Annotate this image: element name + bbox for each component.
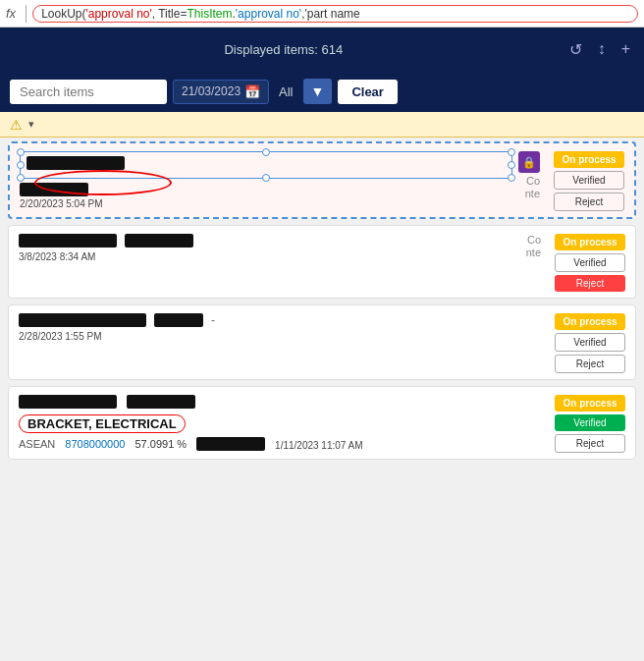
filter-bar: 21/03/2023 📅 All ▼ Clear (0, 71, 644, 112)
card4-top-blacked (19, 395, 117, 409)
card4-tag-number: 8708000000 (65, 438, 125, 450)
card1-timestamp: 2/20/2023 5:04 PM (20, 198, 512, 209)
handle-tm[interactable] (262, 148, 270, 156)
formula-content: LookUp('approval no', Title=ThisItem.'ap… (32, 5, 638, 23)
sort-icon[interactable]: ↕ (598, 40, 606, 58)
clear-btn[interactable]: Clear (338, 80, 398, 104)
card2-title-blacked (19, 234, 117, 248)
reject-btn[interactable]: Reject (555, 355, 625, 373)
date-filter[interactable]: 21/03/2023 📅 (173, 80, 269, 104)
verified-btn[interactable]: Verified (555, 333, 625, 352)
selection-box (20, 151, 512, 179)
warning-bar: ⚠ ▾ (0, 112, 644, 138)
card3-sub-blacked (154, 313, 203, 327)
formula-str1: 'approval no' (85, 7, 151, 21)
handle-br[interactable] (508, 174, 515, 182)
list-item: 3/8/2023 8:34 AM Conte On process Verifi… (8, 225, 636, 299)
card2-actions: On process Verified Reject (555, 234, 625, 292)
card4-tag-percent: 57.0991 % (134, 438, 187, 450)
handle-tr[interactable] (508, 148, 515, 156)
displayed-items-label: Displayed items: 614 (14, 42, 554, 57)
verified-btn[interactable]: Verified (555, 253, 625, 272)
card3-title-blacked (19, 313, 146, 327)
handle-mr[interactable] (508, 161, 515, 169)
calendar-icon: 📅 (244, 84, 260, 99)
onprocess-btn[interactable]: On process (554, 151, 624, 168)
onprocess-btn[interactable]: On process (555, 234, 625, 250)
card4-tag-asean: ASEAN (19, 438, 55, 450)
card4-top-blacked2 (127, 395, 195, 409)
card4-meta: ASEAN 8708000000 57.0991 % 1/11/2023 11:… (19, 437, 541, 451)
onprocess-btn[interactable]: On process (555, 313, 625, 330)
handle-bl[interactable] (17, 174, 25, 182)
card4-blacked-meta (196, 437, 265, 451)
warning-icon: ⚠ (10, 117, 23, 133)
verified-btn[interactable]: Verified (554, 171, 624, 190)
reject-btn[interactable]: Reject (555, 434, 625, 453)
list-item: 2/20/2023 5:04 PM 🔒 Conte On process Ver… (8, 141, 636, 219)
warning-chevron[interactable]: ▾ (28, 118, 34, 131)
all-filter-btn[interactable]: All (275, 84, 296, 99)
refresh-icon[interactable]: ↺ (569, 40, 582, 59)
onprocess-btn[interactable]: On process (555, 395, 625, 412)
date-value: 21/03/2023 (182, 84, 241, 98)
list-item: BRACKET, ELECTRICAL ASEAN 8708000000 57.… (8, 386, 636, 460)
handle-bm[interactable] (262, 174, 270, 182)
reject-btn[interactable]: Reject (554, 193, 624, 211)
card4-actions: On process Verified Reject (555, 395, 625, 453)
card1-actions: On process Verified Reject (554, 151, 624, 211)
list-container: 2/20/2023 5:04 PM 🔒 Conte On process Ver… (0, 138, 644, 464)
handle-ml[interactable] (17, 161, 25, 169)
formula-divider (26, 5, 27, 23)
card2-sub-blacked (125, 234, 193, 248)
card3-dash: - (211, 313, 215, 327)
card1-sub-blacked (20, 183, 88, 196)
dropdown-arrow-btn[interactable]: ▼ (303, 79, 333, 104)
card2-conte: Conte (526, 234, 541, 259)
formula-label: fx (6, 6, 16, 21)
add-icon[interactable]: + (621, 40, 630, 58)
search-input[interactable] (10, 80, 167, 104)
card4-timestamp: 1/11/2023 11:07 AM (275, 440, 363, 451)
formula-bar: fx LookUp('approval no', Title=ThisItem.… (0, 0, 644, 28)
list-item: - 2/28/2023 1:55 PM On process Verified … (8, 304, 636, 380)
card1-conte: Conte (525, 175, 540, 200)
purple-icon: 🔒 (518, 151, 540, 173)
top-header: Displayed items: 614 ↺ ↕ + (0, 28, 644, 71)
handle-tl[interactable] (17, 148, 25, 156)
card4-main-title: BRACKET, ELECTRICAL (19, 414, 186, 433)
verified-btn[interactable]: Verified (555, 414, 625, 431)
card2-timestamp: 3/8/2023 8:34 AM (19, 251, 520, 262)
card3-actions: On process Verified Reject (555, 313, 625, 373)
card3-timestamp: 2/28/2023 1:55 PM (19, 331, 541, 342)
reject-btn[interactable]: Reject (555, 275, 625, 292)
formula-lookup: LookUp( (41, 7, 85, 21)
card1-title-blacked (27, 156, 125, 170)
